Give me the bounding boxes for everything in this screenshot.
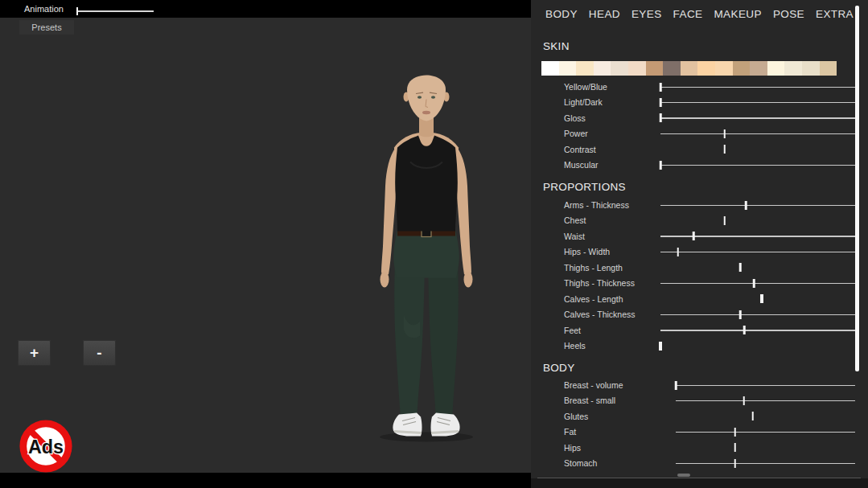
skin-color-swatch[interactable]: [733, 61, 751, 76]
slider-handle[interactable]: [660, 161, 662, 170]
tab-body[interactable]: BODY: [545, 8, 578, 20]
slider-track[interactable]: [676, 432, 855, 433]
slider-handle[interactable]: [724, 145, 726, 154]
skin-color-swatch[interactable]: [541, 61, 559, 76]
slider-handle[interactable]: [752, 412, 755, 420]
slider-yellow-blue[interactable]: [660, 80, 855, 95]
slider-track[interactable]: [676, 463, 855, 465]
skin-color-swatch[interactable]: [576, 61, 594, 76]
customization-panel: BODYHEADEYESFACEMAKEUPPOSEEXTRA SKINYell…: [531, 0, 868, 488]
slider-handle[interactable]: [753, 279, 755, 288]
slider-handle[interactable]: [760, 294, 763, 303]
presets-button[interactable]: Presets: [19, 20, 74, 35]
slider-handle[interactable]: [724, 216, 726, 225]
tab-extra[interactable]: EXTRA: [816, 8, 854, 20]
slider-track[interactable]: [660, 117, 855, 119]
slider-stomach[interactable]: [676, 456, 855, 471]
slider-breast-small[interactable]: [676, 393, 855, 408]
slider-track[interactable]: [676, 385, 855, 387]
skin-color-swatch[interactable]: [697, 61, 715, 76]
slider-handle[interactable]: [677, 248, 680, 256]
slider-handle[interactable]: [660, 113, 662, 122]
skin-color-swatch[interactable]: [784, 61, 802, 76]
slider-feet[interactable]: [660, 322, 855, 338]
slider-row-stomach: Stomach: [531, 456, 868, 471]
slider-handle[interactable]: [745, 201, 747, 210]
slider-handle[interactable]: [675, 381, 677, 390]
slider-track[interactable]: [660, 165, 855, 166]
skin-color-swatch[interactable]: [802, 61, 820, 76]
skin-color-swatch[interactable]: [820, 61, 837, 76]
slider-track[interactable]: [676, 400, 855, 402]
animation-slider-track[interactable]: [76, 10, 154, 12]
tab-eyes[interactable]: EYES: [631, 8, 662, 20]
slider-calves-thickness[interactable]: [660, 307, 855, 322]
animation-slider-handle[interactable]: [76, 7, 78, 15]
slider-thighs-thickness[interactable]: [660, 276, 855, 291]
skin-color-swatch[interactable]: [594, 61, 611, 76]
slider-arms-thickness[interactable]: [660, 198, 855, 213]
slider-handle[interactable]: [734, 459, 736, 468]
slider-track[interactable]: [660, 87, 855, 88]
slider-handle[interactable]: [724, 129, 726, 138]
slider-handle[interactable]: [739, 310, 742, 319]
skin-color-swatch[interactable]: [559, 61, 577, 76]
slider-hips[interactable]: [676, 440, 855, 455]
slider-track[interactable]: [660, 330, 855, 331]
skin-color-swatch[interactable]: [646, 61, 664, 76]
slider-chest[interactable]: [660, 213, 855, 228]
panel-scrollbar-thumb[interactable]: [855, 6, 859, 371]
slider-label-heels: Heels: [564, 341, 586, 351]
skin-color-swatch[interactable]: [663, 61, 681, 76]
slider-calves-length[interactable]: [660, 291, 855, 306]
slider-handle[interactable]: [693, 232, 695, 240]
slider-breast-volume[interactable]: [676, 378, 855, 393]
tab-face[interactable]: FACE: [673, 8, 703, 20]
slider-handle[interactable]: [734, 428, 736, 437]
animation-slider[interactable]: [76, 0, 154, 18]
slider-handle[interactable]: [743, 396, 745, 405]
slider-fat[interactable]: [676, 424, 855, 440]
skin-color-swatch[interactable]: [611, 61, 628, 76]
skin-color-swatch[interactable]: [628, 61, 646, 76]
slider-hips-width[interactable]: [660, 244, 855, 260]
slider-track[interactable]: [660, 252, 855, 253]
zoom-in-button[interactable]: +: [18, 340, 51, 366]
slider-gloss[interactable]: [660, 110, 855, 125]
slider-track[interactable]: [660, 102, 855, 104]
slider-muscular[interactable]: [660, 158, 855, 173]
tab-makeup[interactable]: MAKEUP: [714, 8, 761, 20]
slider-row-feet: Feet: [531, 322, 868, 338]
slider-waist[interactable]: [660, 228, 855, 244]
slider-track[interactable]: [660, 314, 855, 316]
panel-horizontal-scrollbar-thumb[interactable]: [677, 474, 690, 477]
zoom-out-button[interactable]: -: [83, 340, 116, 366]
character-viewport[interactable]: Animation Presets: [0, 0, 531, 488]
slider-heels[interactable]: [660, 338, 855, 354]
slider-handle[interactable]: [660, 98, 662, 107]
panel-bottom-strip: [531, 478, 868, 488]
slider-handle[interactable]: [659, 342, 662, 351]
tab-pose[interactable]: POSE: [773, 8, 804, 20]
slider-glutes[interactable]: [676, 408, 855, 424]
slider-track[interactable]: [660, 236, 855, 237]
slider-track[interactable]: [660, 205, 855, 207]
slider-track[interactable]: [660, 133, 855, 135]
skin-color-swatch[interactable]: [681, 61, 698, 76]
slider-handle[interactable]: [739, 263, 742, 272]
skin-color-swatch[interactable]: [750, 61, 767, 76]
slider-handle[interactable]: [660, 83, 662, 92]
slider-contrast[interactable]: [660, 141, 855, 157]
slider-handle[interactable]: [743, 326, 746, 334]
slider-power[interactable]: [660, 126, 855, 141]
no-ads-button[interactable]: Ads: [18, 417, 74, 475]
slider-handle[interactable]: [734, 443, 736, 452]
skin-color-swatch[interactable]: [715, 61, 733, 76]
slider-row-breast-small: Breast - small: [531, 393, 868, 408]
tab-head[interactable]: HEAD: [589, 8, 620, 20]
slider-light-dark[interactable]: [660, 95, 855, 110]
skin-color-swatch[interactable]: [767, 61, 785, 76]
slider-row-chest: Chest: [531, 213, 868, 228]
slider-thighs-length[interactable]: [660, 260, 855, 275]
slider-track[interactable]: [660, 283, 855, 285]
